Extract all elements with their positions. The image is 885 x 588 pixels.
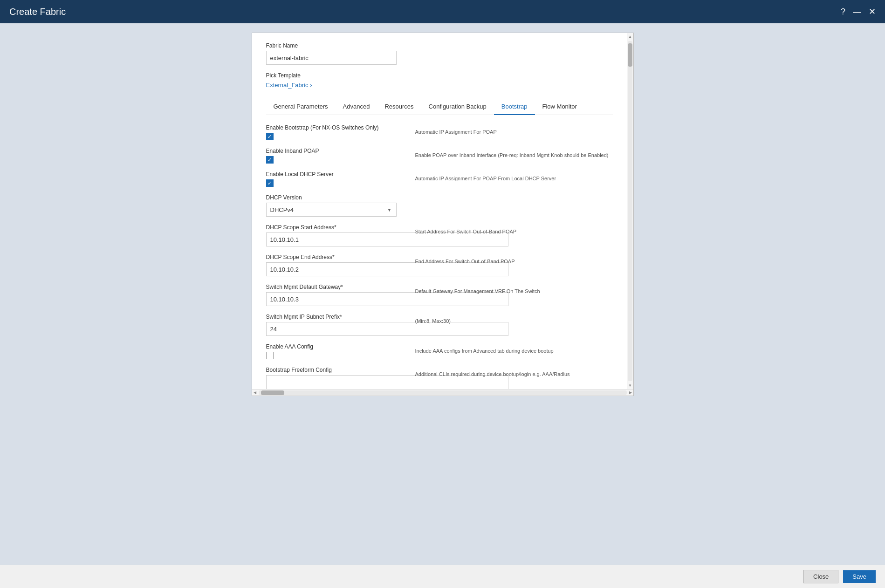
- dhcp-version-hint: [415, 194, 613, 197]
- bottom-bar: Close Save: [0, 565, 885, 588]
- dhcp-start-row: DHCP Scope Start Address* Start Address …: [266, 224, 613, 246]
- fabric-name-input[interactable]: [266, 51, 397, 65]
- tab-resources[interactable]: Resources: [377, 98, 421, 115]
- switch-gateway-row: Switch Mgmt Default Gateway* Default Gat…: [266, 284, 613, 306]
- enable-aaa-hint-text: Include AAA configs from Advanced tab du…: [415, 348, 554, 354]
- minimize-icon[interactable]: —: [853, 7, 861, 17]
- tab-advanced[interactable]: Advanced: [336, 98, 377, 115]
- title-bar-actions: ? — ✕: [841, 7, 876, 17]
- dhcp-end-hint-text: End Address For Switch Out-of-Band POAP: [415, 259, 515, 264]
- enable-bootstrap-hint: Automatic IP Assignment For POAP: [415, 124, 613, 136]
- dhcp-start-col: DHCP Scope Start Address*: [266, 224, 406, 246]
- scrollbar-track: [628, 41, 632, 381]
- dialog-panel: Fabric Name Pick Template External_Fabri…: [252, 33, 634, 396]
- dhcp-end-col: DHCP Scope End Address*: [266, 254, 406, 276]
- enable-bootstrap-row: Enable Bootstrap (For NX-OS Switches Onl…: [266, 124, 613, 140]
- local-dhcp-hint-text: Automatic IP Assignment For POAP From Lo…: [415, 176, 556, 181]
- freeform-config-hint: Additional CLIs required during device b…: [415, 367, 613, 378]
- switch-subnet-label: Switch Mgmt IP Subnet Prefix*: [266, 314, 406, 320]
- dhcp-start-label: DHCP Scope Start Address*: [266, 224, 406, 231]
- enable-aaa-label: Enable AAA Config: [266, 343, 406, 350]
- dhcp-version-select[interactable]: DHCPv4 DHCPv6: [266, 203, 397, 217]
- enable-bootstrap-hint-text: Automatic IP Assignment For POAP: [415, 129, 497, 135]
- local-dhcp-hint: Automatic IP Assignment For POAP From Lo…: [415, 171, 613, 182]
- switch-gateway-col: Switch Mgmt Default Gateway*: [266, 284, 406, 306]
- local-dhcp-row: Enable Local DHCP Server Automatic IP As…: [266, 171, 613, 187]
- help-icon[interactable]: ?: [841, 7, 845, 17]
- enable-aaa-col: Enable AAA Config: [266, 343, 406, 359]
- local-dhcp-label: Enable Local DHCP Server: [266, 171, 406, 178]
- center-area: Fabric Name Pick Template External_Fabri…: [0, 23, 885, 565]
- h-scrollbar-track: [259, 390, 627, 395]
- enable-aaa-row: Enable AAA Config Include AAA configs fr…: [266, 343, 613, 359]
- inband-poap-checkbox[interactable]: [266, 156, 274, 164]
- enable-bootstrap-checkbox[interactable]: [266, 133, 274, 140]
- inband-poap-hint-text: Enable POAP over Inband Interface (Pre-r…: [415, 152, 609, 158]
- scrollbar-thumb[interactable]: [628, 43, 632, 67]
- local-dhcp-checkbox[interactable]: [266, 179, 274, 187]
- panel-content: Fabric Name Pick Template External_Fabri…: [252, 33, 627, 389]
- switch-gateway-hint: Default Gateway For Management VRF On Th…: [415, 284, 613, 295]
- close-icon[interactable]: ✕: [869, 7, 876, 17]
- save-button[interactable]: Save: [843, 570, 876, 583]
- close-button[interactable]: Close: [803, 570, 838, 583]
- scroll-up-arrow[interactable]: ▲: [628, 33, 632, 40]
- scroll-left-arrow[interactable]: ◀: [252, 390, 258, 395]
- vertical-scrollbar[interactable]: ▲ ▼: [627, 33, 633, 389]
- h-scrollbar-thumb[interactable]: [261, 390, 284, 395]
- inband-poap-row: Enable Inband POAP Enable POAP over Inba…: [266, 148, 613, 164]
- dhcp-start-hint-text: Start Address For Switch Out-of-Band POA…: [415, 229, 517, 234]
- app-wrapper: Create Fabric ? — ✕ Fabric Name: [0, 0, 885, 588]
- inband-poap-label: Enable Inband POAP: [266, 148, 406, 154]
- tab-flow-monitor[interactable]: Flow Monitor: [535, 98, 584, 115]
- local-dhcp-col: Enable Local DHCP Server: [266, 171, 406, 187]
- switch-subnet-col: Switch Mgmt IP Subnet Prefix*: [266, 314, 406, 336]
- fabric-name-section: Fabric Name: [266, 42, 613, 65]
- enable-bootstrap-col: Enable Bootstrap (For NX-OS Switches Onl…: [266, 124, 406, 140]
- tab-general[interactable]: General Parameters: [266, 98, 336, 115]
- scroll-right-arrow[interactable]: ▶: [628, 390, 633, 395]
- dhcp-version-row: DHCP Version DHCPv4 DHCPv6: [266, 194, 613, 217]
- enable-aaa-hint: Include AAA configs from Advanced tab du…: [415, 343, 613, 355]
- dhcp-version-label: DHCP Version: [266, 194, 406, 201]
- freeform-config-row: Bootstrap Freeform Config Additional CLI…: [266, 367, 613, 389]
- pick-template-label: Pick Template: [266, 72, 613, 79]
- horizontal-scrollbar[interactable]: ◀ ▶: [252, 389, 633, 396]
- scroll-down-arrow[interactable]: ▼: [628, 382, 632, 389]
- freeform-config-hint-text: Additional CLIs required during device b…: [415, 371, 570, 377]
- inband-poap-hint: Enable POAP over Inband Interface (Pre-r…: [415, 148, 613, 159]
- enable-aaa-checkbox[interactable]: [266, 352, 274, 359]
- tabs-container: General Parameters Advanced Resources Co…: [266, 98, 613, 115]
- freeform-config-col: Bootstrap Freeform Config: [266, 367, 406, 389]
- switch-subnet-hint-text: (Min:8, Max:30): [415, 318, 451, 324]
- dhcp-version-col: DHCP Version DHCPv4 DHCPv6: [266, 194, 406, 217]
- freeform-config-label: Bootstrap Freeform Config: [266, 367, 406, 373]
- dhcp-end-row: DHCP Scope End Address* End Address For …: [266, 254, 613, 276]
- dhcp-start-hint: Start Address For Switch Out-of-Band POA…: [415, 224, 613, 235]
- switch-gateway-label: Switch Mgmt Default Gateway*: [266, 284, 406, 290]
- tabs-list: General Parameters Advanced Resources Co…: [266, 98, 613, 115]
- dhcp-version-select-wrapper: DHCPv4 DHCPv6: [266, 203, 397, 217]
- switch-subnet-row: Switch Mgmt IP Subnet Prefix* (Min:8, Ma…: [266, 314, 613, 336]
- fabric-name-label: Fabric Name: [266, 42, 613, 49]
- dhcp-end-label: DHCP Scope End Address*: [266, 254, 406, 260]
- dialog-title: Create Fabric: [9, 7, 66, 17]
- title-bar: Create Fabric ? — ✕: [0, 0, 885, 23]
- inband-poap-col: Enable Inband POAP: [266, 148, 406, 164]
- template-link[interactable]: External_Fabric: [266, 82, 312, 89]
- panel-body: Fabric Name Pick Template External_Fabri…: [252, 33, 633, 389]
- dhcp-end-hint: End Address For Switch Out-of-Band POAP: [415, 254, 613, 265]
- tab-config-backup[interactable]: Configuration Backup: [421, 98, 494, 115]
- pick-template-section: Pick Template External_Fabric: [266, 72, 613, 89]
- switch-subnet-hint: (Min:8, Max:30): [415, 314, 613, 325]
- switch-gateway-hint-text: Default Gateway For Management VRF On Th…: [415, 288, 540, 294]
- tab-bootstrap[interactable]: Bootstrap: [494, 98, 535, 115]
- enable-bootstrap-label: Enable Bootstrap (For NX-OS Switches Onl…: [266, 124, 406, 131]
